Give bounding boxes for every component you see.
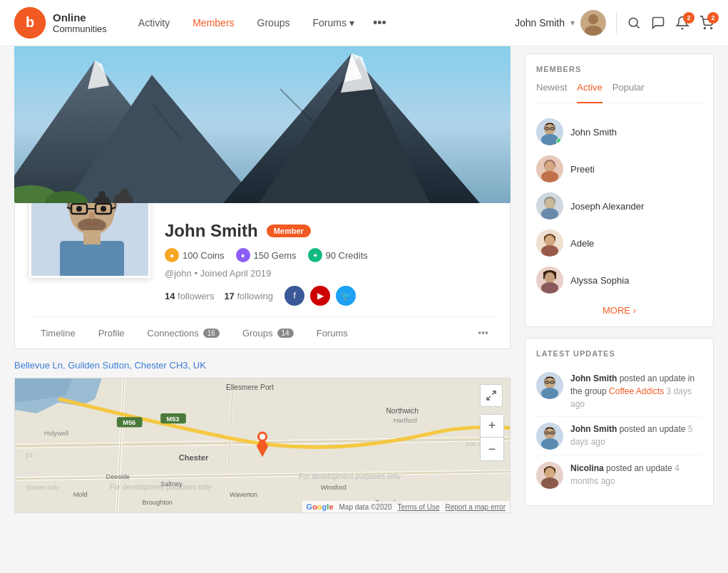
members-tabs: Newest Active Popular — [536, 82, 702, 103]
member-item-joseph[interactable]: Joseph Alexander — [536, 187, 702, 224]
update-text-3: Nicolina posted an update 4 months ago — [570, 462, 702, 489]
tab-timeline[interactable]: Timeline — [29, 318, 87, 349]
member-item-adele[interactable]: Adele — [536, 224, 702, 262]
map-expand-button[interactable] — [480, 384, 503, 407]
location-text: Bellevue Ln, Guilden Sutton, Chester CH3… — [14, 360, 511, 371]
update-item-1: John Smith posted an update in the group… — [536, 366, 702, 417]
svg-text:Northwich: Northwich — [386, 407, 418, 415]
user-avatar — [580, 10, 606, 36]
update-avatar-john-2 — [536, 423, 563, 450]
members-tab-newest[interactable]: Newest — [536, 82, 567, 97]
facebook-icon[interactable]: f — [284, 286, 304, 306]
members-tab-active[interactable]: Active — [577, 82, 602, 103]
gems-stat: ♦ 150 Gems — [236, 248, 297, 262]
message-icon[interactable] — [651, 16, 665, 30]
profile-name-row: John Smith Member — [165, 221, 496, 241]
nav-groups[interactable]: Groups — [247, 11, 300, 34]
google-logo: Google — [307, 502, 334, 511]
svg-point-112 — [541, 438, 558, 450]
svg-line-6 — [637, 26, 640, 29]
member-item-preeti[interactable]: Preeti — [536, 150, 702, 187]
followers-stat: 14 followers — [165, 291, 214, 301]
svg-point-105 — [541, 388, 558, 399]
social-followers: 14 followers 17 following f ▶ — [165, 286, 496, 306]
user-menu[interactable]: John Smith ▾ — [515, 10, 606, 36]
header-right: John Smith ▾ 2 2 — [515, 10, 714, 36]
member-avatar-john — [536, 118, 563, 145]
cover-area: John Smith Member ● 100 Coins ♦ 150 Gems — [14, 46, 511, 349]
chevron-down-icon-user: ▾ — [570, 18, 575, 28]
svg-text:Saltney: Saltney — [160, 480, 183, 487]
svg-point-73 — [260, 434, 265, 440]
latest-updates-card: LATEST UPDATES John Smith poste — [525, 338, 714, 506]
nav-more-icon[interactable]: ••• — [367, 10, 392, 36]
terms-link[interactable]: Terms of Use — [398, 503, 440, 511]
notifications-badge: 2 — [683, 12, 694, 24]
svg-point-7 — [704, 28, 706, 29]
svg-rect-40 — [83, 230, 101, 244]
member-avatar-joseph — [536, 192, 563, 220]
svg-point-115 — [545, 468, 555, 479]
more-members-link[interactable]: MORE › — [536, 304, 702, 316]
svg-point-89 — [545, 198, 555, 210]
members-tab-popular[interactable]: Popular — [612, 82, 645, 97]
left-column: John Smith Member ● 100 Coins ♦ 150 Gems — [14, 46, 511, 520]
update-avatar-nicolina — [536, 462, 563, 489]
zoom-out-button[interactable]: − — [481, 438, 503, 460]
member-name-john: John Smith — [570, 127, 617, 138]
tab-forums[interactable]: Forums — [305, 318, 359, 349]
profile-section: John Smith Member ● 100 Coins ♦ 150 Gems — [14, 203, 511, 349]
coins-icon: ● — [165, 248, 179, 262]
search-icon[interactable] — [627, 16, 641, 30]
logo-icon: b — [14, 7, 46, 38]
profile-tabs: Timeline Profile Connections 16 Groups 1… — [29, 316, 496, 349]
member-name-alyssa: Alyssa Sophia — [570, 275, 629, 286]
nav-activity[interactable]: Activity — [128, 11, 180, 34]
map-data-text: Map data ©2020 — [339, 503, 392, 511]
member-item-john[interactable]: John Smith — [536, 113, 702, 150]
svg-point-35 — [76, 206, 82, 212]
svg-text:Deeside: Deeside — [106, 473, 130, 480]
svg-text:M53: M53 — [167, 415, 180, 423]
svg-text:ys: ys — [26, 451, 33, 458]
zoom-in-button[interactable]: + — [481, 415, 503, 438]
report-error-link[interactable]: Report a map error — [446, 503, 506, 511]
svg-line-74 — [492, 391, 496, 395]
nav-forums[interactable]: Forums ▾ — [302, 11, 364, 34]
svg-line-75 — [487, 396, 491, 400]
update-avatar-john-1 — [536, 372, 563, 399]
tabs-more-icon[interactable]: ••• — [471, 317, 496, 349]
member-avatar-preeti — [536, 155, 563, 182]
svg-text:Winsford: Winsford — [321, 484, 347, 491]
svg-text:For d: For d — [466, 440, 481, 448]
svg-text:rposes only: rposes only — [26, 484, 59, 491]
tab-profile[interactable]: Profile — [87, 318, 136, 349]
member-avatar-adele — [536, 229, 563, 257]
svg-point-97 — [545, 272, 555, 284]
member-badge: Member — [267, 224, 311, 237]
credits-stat: ✦ 90 Credits — [308, 248, 368, 262]
svg-point-20 — [98, 191, 106, 198]
social-icons: f ▶ 🐦 — [284, 286, 356, 306]
online-indicator — [556, 138, 563, 145]
svg-point-85 — [545, 161, 555, 172]
notifications-icon[interactable]: 2 — [675, 16, 689, 30]
profile-name: John Smith — [165, 221, 258, 241]
svg-point-22 — [121, 188, 129, 197]
member-item-alyssa[interactable]: Alyssa Sophia — [536, 262, 702, 299]
svg-text:Waverton: Waverton — [230, 491, 257, 498]
tab-connections[interactable]: Connections 16 — [136, 318, 231, 349]
update-text-1: John Smith posted an update in the group… — [570, 372, 702, 411]
main-container: John Smith Member ● 100 Coins ♦ 150 Gems — [0, 46, 728, 535]
cart-icon[interactable]: 2 — [699, 16, 714, 30]
tab-groups[interactable]: Groups 14 — [231, 318, 305, 349]
nav-members[interactable]: Members — [183, 11, 244, 34]
svg-rect-39 — [60, 241, 124, 278]
logo[interactable]: b Online Communities — [14, 7, 107, 38]
member-name-adele: Adele — [570, 238, 594, 249]
svg-text:Chester: Chester — [179, 453, 209, 462]
update-text-2: John Smith posted an update 5 days ago — [570, 423, 702, 450]
svg-text:Mold: Mold — [73, 491, 88, 498]
twitter-icon[interactable]: 🐦 — [336, 286, 356, 306]
youtube-icon[interactable]: ▶ — [310, 286, 330, 306]
